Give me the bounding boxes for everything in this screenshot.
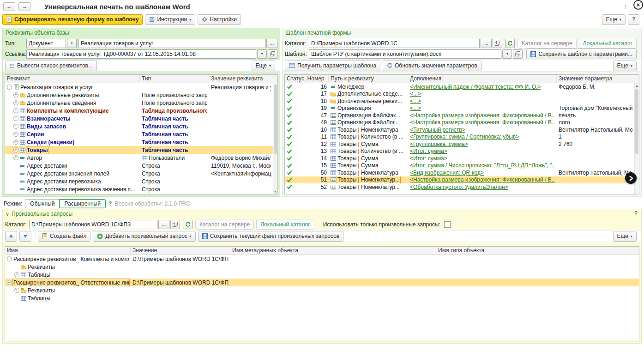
query-tree-row[interactable]: +Реквизиты	[5, 286, 639, 294]
param-additions-link[interactable]: <Титульный регистр>	[410, 127, 465, 133]
generate-print-form-button[interactable]: Сформировать печатную форму по шаблону	[2, 14, 143, 25]
template-param-row[interactable]: 47Организация.ФайлФак...<Настройка разме…	[285, 112, 634, 119]
column-header-name[interactable]: Имя	[5, 247, 131, 255]
template-param-row[interactable]: 12Товары | Сумма<Группировка: сумма>2 76…	[285, 140, 634, 148]
attr-tree-row[interactable]: +Дополнительные сведенияПоле произвольно…	[5, 99, 273, 107]
queries-catalog-open-button[interactable]	[170, 220, 180, 229]
param-additions-link[interactable]: <...>	[410, 91, 421, 97]
queries-panel-title[interactable]: Произвольные запросы	[12, 211, 72, 217]
template-param-row[interactable]: 18Дополнительные рекви...<...>	[285, 97, 634, 105]
local-catalog-button[interactable]: Локальный каталог	[579, 38, 637, 49]
attrs-scrollbar[interactable]: ▼	[273, 83, 277, 194]
column-header-param-value[interactable]: Значение параметра	[557, 75, 639, 83]
template-more-button[interactable]: Еще▾	[613, 61, 637, 71]
queries-local-catalog-button[interactable]: Локальный каталог	[256, 219, 314, 230]
save-template-button[interactable]: Сохранить шаблон с параметрами...	[526, 49, 637, 59]
form-more-button[interactable]: Еще▾	[602, 14, 626, 25]
column-header-attr[interactable]: Реквизит	[5, 75, 140, 83]
attr-tree-row[interactable]: +СерииТабличная часть	[5, 130, 273, 138]
column-header-type[interactable]: Тип	[140, 75, 209, 83]
param-additions-link[interactable]: <Итог: сумма>	[410, 155, 447, 162]
param-additions-link[interactable]: <Настройка размера изображения: Фиксиров…	[410, 119, 555, 126]
attr-tree-row[interactable]: Адрес доставкиСтрока119019, Москва г., М…	[5, 162, 273, 170]
object-link-input[interactable]	[26, 49, 256, 59]
query-tree-row[interactable]: Реквизиты	[5, 263, 639, 271]
query-tree-row[interactable]: −Расширение реквизитов_ Ответственные ли…	[5, 279, 639, 286]
param-additions-link[interactable]: <Итог: сумма>	[410, 148, 447, 154]
attr-tree-row[interactable]: +Банковский счет грузоотправителяБанковс…	[5, 193, 273, 194]
queries-catalog-refresh-button[interactable]	[183, 220, 193, 229]
type-dropdown-button[interactable]: ▾	[67, 39, 77, 48]
next-overlay-button[interactable]	[625, 172, 637, 184]
template-param-row[interactable]: 15Товары | Сумма<Итог: сумма / Число про…	[285, 162, 634, 170]
expand-icon[interactable]: +	[13, 140, 18, 145]
expand-icon[interactable]: +	[13, 155, 18, 160]
window-menu-icon[interactable]: ⋮	[622, 3, 629, 10]
expand-icon[interactable]: +	[14, 288, 19, 293]
param-additions-link[interactable]: <Итог: сумма / Число прописью: "Л=ru_RU;…	[410, 162, 555, 169]
template-param-row[interactable]: 17Дополнительные сведе...<...>	[285, 91, 634, 98]
refresh-param-values-button[interactable]: Обновить значения параметров	[383, 61, 481, 71]
object-choose-button[interactable]: ...	[266, 39, 277, 48]
collapse-icon[interactable]: −	[7, 85, 12, 90]
show-attrs-list-button[interactable]: Вывести список реквизитов...	[5, 61, 97, 71]
template-param-row[interactable]: 13Товары | Количество (в ...<Итог: сумма…	[285, 148, 634, 155]
get-template-params-button[interactable]: Получить параметры шаблона	[285, 61, 380, 71]
attr-tree-row[interactable]: +Комплекты и комплектующиеТаблица произв…	[5, 107, 273, 115]
attr-tree-row[interactable]: Адрес доставки перевозчика значения п...…	[5, 185, 273, 193]
query-tree-row[interactable]: −Расширение реквизитов_ Комплекты и комп…	[5, 255, 639, 263]
param-additions-link[interactable]: <Группировка: сумма>	[410, 141, 468, 147]
scroll-down-icon[interactable]: ▼	[273, 189, 277, 194]
create-file-button[interactable]: Создать файл	[38, 231, 90, 242]
instructions-button[interactable]: Инструкции▾	[145, 14, 195, 25]
catalog-refresh-button[interactable]	[505, 39, 515, 48]
catalog-choose-button[interactable]: ...	[481, 39, 492, 48]
column-header-status[interactable]: Статус, Номер	[285, 75, 329, 83]
move-down-button[interactable]	[19, 231, 31, 242]
scrollbar-thumb[interactable]	[274, 85, 277, 154]
server-catalog-button[interactable]: Каталог на сервере	[518, 38, 576, 49]
expand-icon[interactable]: +	[13, 92, 18, 97]
queries-server-catalog-button[interactable]: Каталог на сервере	[195, 219, 254, 230]
catalog-open-button[interactable]	[493, 39, 502, 48]
link-dropdown-button[interactable]: ▾	[257, 49, 267, 59]
param-additions-link[interactable]: <Обработка пустого: УдалитьЭталон>	[410, 184, 508, 190]
template-param-row[interactable]: 11Товары | Количество (в ...<Группировка…	[285, 133, 634, 141]
template-param-row[interactable]: 51Товары | Номенклатур...<Настройка разм…	[285, 176, 634, 184]
attr-tree-row[interactable]: +АвторПользователиФедоров Борис Михайлов…	[5, 154, 273, 162]
expand-icon[interactable]: +	[13, 100, 18, 105]
add-query-button[interactable]: Добавить произвольный запрос▾	[93, 231, 196, 242]
column-header-value[interactable]: Значение	[131, 247, 230, 255]
scrollbar-thumb[interactable]	[635, 89, 638, 154]
column-header-metadata-name[interactable]: Имя метаданных объекта	[230, 247, 436, 255]
close-icon[interactable]: ×	[633, 0, 643, 10]
mode-normal-button[interactable]: Обычный	[25, 199, 60, 208]
queries-catalog-choose-button[interactable]: ...	[158, 220, 169, 229]
attr-tree-row[interactable]: −Реализация товаров и услугРеализация то…	[5, 83, 273, 91]
template-param-row[interactable]: 52Товары | Номенклатур...<Обработка пуст…	[285, 183, 634, 191]
attr-tree-row[interactable]: +Скидки (наценки)Табличная часть	[5, 138, 273, 146]
param-additions-link[interactable]: <Настройка размера изображения: Фиксиров…	[410, 112, 555, 119]
queries-catalog-input[interactable]	[29, 220, 157, 229]
template-param-row[interactable]: 14Товары | Сумма<Итог: сумма>	[285, 155, 634, 162]
template-param-row[interactable]: 49Организация.ФайлЛог...<Настройка разме…	[285, 119, 634, 127]
catalog-path-input[interactable]	[309, 39, 480, 48]
help-button[interactable]: ?	[628, 14, 639, 25]
queries-more-button[interactable]: Еще▾	[613, 231, 637, 242]
param-additions-link[interactable]: <Группировка: сумма / Сортировка: убыв>	[410, 133, 519, 140]
query-tree-row[interactable]: Таблицы	[5, 294, 639, 302]
attr-tree-row[interactable]: +Виды запасовТабличная часть	[5, 122, 273, 130]
template-param-row[interactable]: 10Товары | Номенклатура<Титульный регист…	[285, 126, 634, 133]
param-additions-link[interactable]: <Именительный падеж / Формат текста: ФФ …	[410, 84, 541, 90]
template-file-input[interactable]	[309, 49, 501, 59]
attrs-more-button[interactable]: Еще▾	[252, 61, 275, 71]
template-dropdown-button[interactable]: ▾	[502, 49, 512, 59]
query-tree-row[interactable]: +Таблицы	[5, 271, 639, 279]
template-param-row[interactable]: 16Менеджер<Именительный падеж / Формат т…	[285, 83, 634, 91]
settings-button[interactable]: Настройки	[198, 14, 241, 25]
object-type-input[interactable]	[78, 39, 265, 48]
link-open-button[interactable]	[268, 49, 277, 59]
collapse-section-icon[interactable]: ∨	[6, 211, 9, 217]
type-select[interactable]	[26, 39, 66, 48]
forward-button[interactable]: →	[18, 2, 30, 11]
